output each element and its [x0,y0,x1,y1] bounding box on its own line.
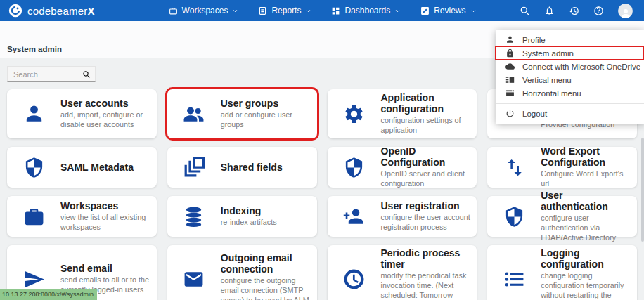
card-title: User registration [381,200,472,211]
brand-logo[interactable]: codebeamerX [8,4,95,18]
card-description: configure the user account registration … [381,213,472,233]
card-description: configuration settings of application [381,116,472,136]
card-title: OpenID Configuration [381,145,472,168]
menu-item-horizontal-menu[interactable]: Horizontal menu [496,86,644,100]
menu-item-label: Vertical menu [522,76,572,84]
admin-card-periodic-process-timer[interactable]: Periodic process timermodify the periodi… [328,245,477,300]
card-description: configure user authentication via LDAP/A… [541,214,631,242]
card-description: add, import, configure or disable user a… [60,110,151,130]
chevron-down-icon [232,8,238,14]
admin-card-logging-configuration[interactable]: Logging configurationchange logging conf… [487,245,637,300]
card-title: Logging configuration [541,247,631,270]
status-url: 10.13.27.208:8080/x/#/sysadmin [0,289,97,300]
menu-item-vertical-menu[interactable]: Vertical menu [496,73,644,86]
card-title: Word Export Configuration [541,145,631,168]
menu-item-system-admin[interactable]: System admin [496,46,644,60]
card-title: Outgoing email connection [221,252,311,275]
chevron-down-icon [394,8,401,14]
history-icon[interactable] [569,6,579,16]
avatar[interactable] [618,4,633,18]
envelope-icon [167,268,221,290]
card-title: Application configuration [381,92,472,115]
dashboards-icon [331,6,340,15]
menu-item-label: System admin [522,49,574,58]
reports-icon [258,6,267,15]
nav-item-label: Reviews [434,6,465,15]
search-icon[interactable] [520,6,530,16]
admin-card-application-configuration[interactable]: Application configurationconfiguration s… [328,89,477,138]
vertical-menu-icon [505,75,515,84]
card-title: Shared fields [221,162,311,173]
admin-card-workspaces[interactable]: Workspacesview the list of all existing … [7,196,157,237]
menu-divider [496,103,644,104]
admin-card-user-groups[interactable]: User groupsadd or configure user groups [167,89,317,138]
person-icon [7,103,60,125]
scrollbar-thumb[interactable] [641,138,644,242]
card-description: configure the outgoing email connection … [221,276,311,300]
horizontal-menu-icon [505,89,515,98]
search-input[interactable] [12,70,82,79]
card-description: change logging configuration temporarily… [541,271,631,300]
card-title: User groups [221,98,311,109]
admin-card-outgoing-email-connection[interactable]: Outgoing email connectionconfigure the o… [167,245,317,300]
logout-icon [505,109,515,118]
nav-item-reviews[interactable]: Reviews [420,6,476,15]
menu-item-label: Horizontal menu [522,89,581,98]
card-title: User authentication [541,190,631,212]
menu-item-logout[interactable]: Logout [496,107,644,120]
breadcrumb: System admin [7,45,62,53]
card-title: Workspaces [60,200,151,211]
lock-icon [505,48,515,58]
card-description: modify the periodical task invocation ti… [381,271,472,300]
main-nav: WorkspacesReportsDashboardsReviews [169,6,477,15]
briefcase-icon [7,206,60,228]
swap-vert-icon [487,157,541,178]
help-icon[interactable] [593,6,604,16]
card-title: SAML Metadata [60,162,151,173]
search-icon [82,70,91,79]
person-add-icon [328,206,381,228]
brand-suffix: X [87,5,94,17]
card-title: Indexing [221,205,311,216]
nav-item-dashboards[interactable]: Dashboards [331,6,401,15]
card-description: add or configure user groups [221,110,311,130]
admin-card-user-registration[interactable]: User registrationconfigure the user acco… [328,196,477,237]
card-title: Periodic process timer [381,247,472,270]
nav-item-label: Reports [271,6,301,15]
cloud-icon [505,62,515,71]
admin-card-user-accounts[interactable]: User accountsadd, import, configure or d… [7,89,157,138]
search-box[interactable] [7,66,96,82]
admin-card-shared-fields[interactable]: Shared fields [167,147,317,188]
card-title: Send email [60,263,151,274]
admin-card-word-export-configuration[interactable]: Word Export ConfigurationConfigure Word … [487,147,637,188]
menu-item-profile[interactable]: Profile [496,33,644,46]
admin-card-indexing[interactable]: Indexingre-index artifacts [167,196,317,237]
card-description: OpenID server and client configuration [381,169,472,189]
shield-icon [487,206,541,228]
gear-icon [328,103,381,125]
admin-card-saml-metadata[interactable]: SAML Metadata [7,147,157,188]
nav-item-workspaces[interactable]: Workspaces [169,6,239,15]
list-icon [487,268,541,290]
menu-item-connect-with-microsoft-onedrive[interactable]: Connect with Microsoft OneDrive [496,60,644,73]
layers-icon [167,157,221,178]
brand-name: codebeamer [27,5,87,17]
workspaces-icon [169,6,178,15]
notifications-icon[interactable] [544,6,555,16]
chevron-down-icon [470,8,477,14]
codebeamer-logo-icon [8,4,22,18]
shield-icon [328,157,381,178]
profile-icon [505,35,515,44]
card-description: Configure Word Export's url [541,169,631,189]
card-description: re-index artifacts [221,218,311,228]
nav-item-reports[interactable]: Reports [258,6,311,15]
admin-card-openid-configuration[interactable]: OpenID ConfigurationOpenID server and cl… [328,147,477,188]
nav-item-label: Dashboards [344,6,390,15]
topbar-actions [520,4,636,18]
top-navigation-bar: codebeamerX WorkspacesReportsDashboardsR… [0,0,644,21]
menu-item-label: Connect with Microsoft OneDrive [522,63,640,71]
reviews-icon [420,6,430,15]
clock-icon [328,268,381,290]
menu-item-label: Logout [522,110,547,118]
admin-card-user-authentication[interactable]: User authenticationconfigure user authen… [487,196,637,237]
